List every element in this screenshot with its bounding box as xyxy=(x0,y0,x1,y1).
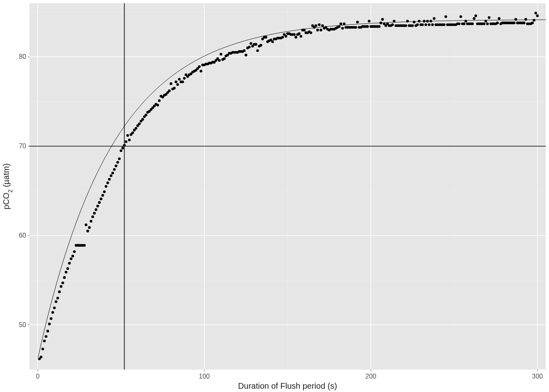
svg-point-69 xyxy=(113,168,116,171)
svg-point-245 xyxy=(406,20,409,22)
svg-point-96 xyxy=(158,99,161,102)
svg-point-65 xyxy=(106,181,109,184)
svg-point-56 xyxy=(92,216,94,218)
svg-point-236 xyxy=(391,23,394,26)
svg-point-135 xyxy=(223,57,226,60)
svg-point-62 xyxy=(101,194,104,197)
svg-point-260 xyxy=(431,23,434,26)
svg-point-72 xyxy=(118,157,121,160)
x-tick-label: 0 xyxy=(36,373,40,380)
svg-point-60 xyxy=(98,201,101,204)
svg-point-82 xyxy=(135,127,138,130)
svg-point-40 xyxy=(65,271,67,274)
svg-point-44 xyxy=(71,255,74,258)
svg-point-277 xyxy=(460,16,462,18)
svg-point-35 xyxy=(56,297,59,300)
svg-point-237 xyxy=(393,20,396,22)
svg-point-77 xyxy=(126,134,129,137)
svg-point-207 xyxy=(343,22,346,25)
svg-point-254 xyxy=(421,23,424,26)
svg-point-147 xyxy=(243,49,246,52)
svg-point-292 xyxy=(484,20,487,22)
svg-point-37 xyxy=(60,285,62,288)
svg-point-183 xyxy=(303,29,306,31)
svg-point-38 xyxy=(61,281,64,284)
svg-point-268 xyxy=(444,16,447,18)
svg-point-41 xyxy=(66,267,69,270)
y-tick-label: 70 xyxy=(19,143,26,149)
svg-point-222 xyxy=(368,20,370,22)
svg-point-299 xyxy=(496,22,499,24)
svg-point-192 xyxy=(318,23,321,26)
svg-point-70 xyxy=(115,165,118,167)
svg-point-251 xyxy=(416,23,419,26)
svg-point-61 xyxy=(100,198,103,200)
svg-point-256 xyxy=(424,23,427,26)
svg-point-106 xyxy=(175,80,178,83)
svg-point-194 xyxy=(321,24,324,27)
y-tick-label: 50 xyxy=(19,321,26,328)
svg-point-284 xyxy=(471,22,474,25)
svg-point-228 xyxy=(378,25,381,28)
chart-container: 0100200300 50607080 Duration of Flush pe… xyxy=(0,0,549,392)
svg-point-78 xyxy=(128,138,131,141)
svg-point-286 xyxy=(474,14,477,17)
svg-point-27 xyxy=(43,340,46,343)
svg-point-155 xyxy=(256,49,259,52)
svg-point-204 xyxy=(338,25,341,28)
svg-point-280 xyxy=(464,20,467,22)
svg-point-57 xyxy=(93,212,96,215)
svg-point-252 xyxy=(418,20,421,22)
svg-point-309 xyxy=(513,22,516,24)
svg-point-310 xyxy=(514,18,517,21)
svg-point-320 xyxy=(531,22,534,24)
svg-point-190 xyxy=(315,24,317,27)
svg-point-322 xyxy=(534,12,537,15)
y-axis-label: pCO2 (µatm) xyxy=(2,163,13,209)
svg-point-300 xyxy=(498,17,501,20)
svg-point-285 xyxy=(473,17,475,20)
svg-point-107 xyxy=(176,83,179,86)
x-axis-ticks: 0100200300 xyxy=(36,370,543,380)
svg-point-120 xyxy=(198,65,201,68)
svg-point-315 xyxy=(523,22,526,24)
svg-point-172 xyxy=(285,35,288,38)
y-tick-label: 60 xyxy=(19,232,26,239)
svg-point-102 xyxy=(168,89,171,92)
svg-point-249 xyxy=(413,21,416,24)
svg-point-258 xyxy=(428,23,431,26)
svg-point-55 xyxy=(90,220,93,223)
y-axis-ticks: 50607080 xyxy=(19,53,29,328)
svg-point-43 xyxy=(70,257,73,260)
svg-point-53 xyxy=(86,230,89,233)
svg-point-39 xyxy=(63,276,66,279)
svg-point-68 xyxy=(112,172,114,174)
svg-point-54 xyxy=(88,226,91,229)
svg-point-29 xyxy=(47,330,49,333)
svg-point-76 xyxy=(125,140,127,143)
svg-point-66 xyxy=(108,178,111,181)
svg-point-160 xyxy=(265,36,268,39)
svg-point-64 xyxy=(105,185,107,188)
svg-point-293 xyxy=(486,22,489,25)
svg-point-261 xyxy=(433,17,436,20)
svg-point-148 xyxy=(245,54,248,57)
svg-point-58 xyxy=(95,208,98,211)
svg-point-267 xyxy=(443,23,446,26)
svg-point-206 xyxy=(341,27,344,30)
svg-point-181 xyxy=(299,35,302,38)
svg-point-151 xyxy=(250,42,252,45)
svg-point-30 xyxy=(48,323,51,325)
svg-point-80 xyxy=(132,131,134,134)
svg-point-215 xyxy=(356,21,359,24)
svg-point-276 xyxy=(458,22,461,25)
x-axis-label: Duration of Flush period (s) xyxy=(238,381,337,390)
svg-point-110 xyxy=(181,80,184,83)
svg-point-323 xyxy=(536,14,539,17)
svg-point-73 xyxy=(120,149,123,152)
svg-point-177 xyxy=(293,33,296,36)
svg-point-259 xyxy=(429,20,432,22)
svg-point-45 xyxy=(73,250,76,253)
svg-point-84 xyxy=(138,122,141,125)
svg-point-75 xyxy=(123,144,126,147)
